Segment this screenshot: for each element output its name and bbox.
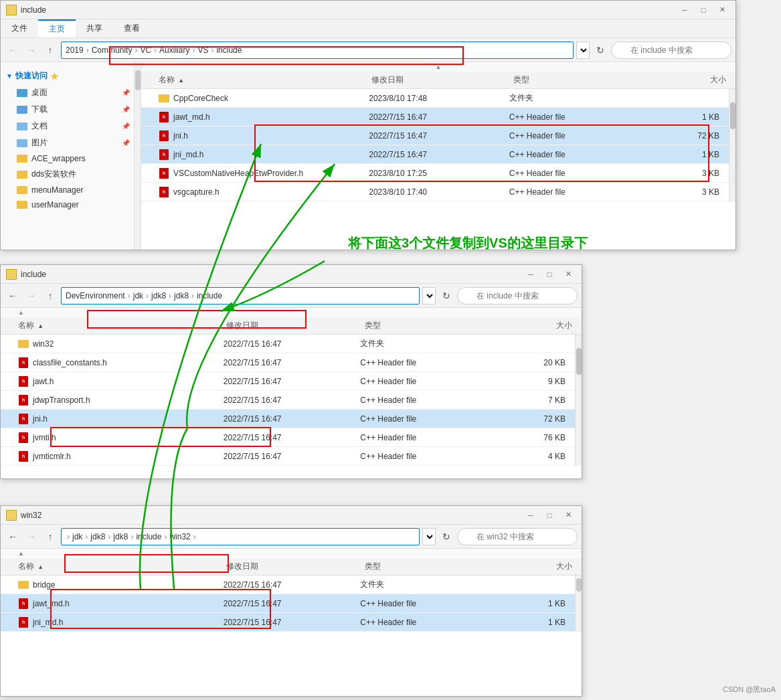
back-button-1[interactable]: ← [5,42,21,58]
sidebar-scrollbar-1 [135,62,141,250]
sidebar-item-dds[interactable]: dds安装软件 [1,166,134,183]
file-row-jawt[interactable]: h jawt.h 2022/7/15 16:47 C++ Header file… [1,372,575,391]
file-size-classfile: 20 KB [497,358,571,367]
minimize-button-1[interactable]: ─ [677,3,693,17]
ribbon-tab-file[interactable]: 文件 [1,19,38,37]
search-input-2[interactable] [457,287,578,304]
file-row-jawt-md3[interactable]: h jawt_md.h 2022/7/15 16:47 C++ Header f… [1,594,575,613]
address-box-2[interactable]: DevEnvironment › jdk › jdk8 › jdk8 › inc… [61,287,420,304]
col-header-size-2[interactable]: 大小 [503,320,578,331]
col-header-size-3[interactable]: 大小 [503,561,578,572]
col-header-name-2[interactable]: 名称 ▲ [5,320,226,331]
minimize-button-2[interactable]: ─ [523,268,539,281]
back-button-2[interactable]: ← [5,288,21,304]
minimize-button-3[interactable]: ─ [523,509,539,522]
file-row-jawt-md[interactable]: h jawt_md.h 2022/7/15 16:47 C++ Header f… [141,108,729,126]
file-name-jvmti: h jvmti.h [5,432,224,443]
up-button-3[interactable]: ↑ [42,529,58,545]
bread-jdk8d: jdk8 [113,532,128,541]
file-date-vsgcapture: 2023/8/10 17:40 [369,187,509,197]
forward-button-1[interactable]: → [23,42,39,58]
sort-arrow-2: ▲ [5,309,24,316]
sidebar-item-menu[interactable]: menuManager [1,183,134,197]
file-row-jni[interactable]: h jni.h 2022/7/15 16:47 C++ Header file … [141,126,729,145]
sidebar-item-user[interactable]: userManager [1,197,134,212]
ribbon-tab-home[interactable]: 主页 [38,19,76,37]
maximize-button-1[interactable]: □ [695,3,711,17]
col-header-date-1[interactable]: 修改日期 [371,74,513,86]
file-row-jvmti[interactable]: h jvmti.h 2022/7/15 16:47 C++ Header fil… [1,428,575,447]
sidebar-item-desktop[interactable]: 桌面 📌 [1,84,134,101]
back-button-3[interactable]: ← [5,529,21,545]
address-dropdown-2[interactable] [422,287,436,304]
address-box-1[interactable]: 2019 › Community › VC › Auxiliary › VS ›… [61,41,574,59]
bread-jdk3: jdk [72,532,82,541]
col-header-name-1[interactable]: 名称 ▲ [145,74,371,86]
file-type-jawt-md: C++ Header file [509,112,650,122]
col-header-date-2[interactable]: 修改日期 [226,320,365,331]
bread-devenv: DevEnvironment [66,291,125,300]
window-controls-1: ─ □ ✕ [677,3,730,17]
col-header-type-3[interactable]: 类型 [365,561,503,572]
downloads-folder-icon [17,106,27,114]
sidebar-item-pics[interactable]: 图片 📌 [1,135,134,151]
close-button-3[interactable]: ✕ [560,509,576,522]
pin-icon-desktop: 📌 [122,89,130,96]
col-header-date-3[interactable]: 修改日期 [226,561,365,572]
bread-jdk8a: jdk8 [151,291,166,300]
file-row-jni2[interactable]: h jni.h 2022/7/15 16:47 C++ Header file … [1,410,575,428]
file-row-jvmticmlr[interactable]: h jvmticmlr.h 2022/7/15 16:47 C++ Header… [1,447,575,466]
title-bar-folder-icon-3 [6,510,17,521]
file-row-vscustom[interactable]: h VSCustomNativeHeapEtwProvider.h 2023/8… [141,164,729,183]
file-row-bridge[interactable]: bridge 2022/7/15 16:47 文件夹 [1,576,575,594]
h-icon-vsgcapture: h [159,187,169,197]
file-name-jawt-md: h jawt_md.h [145,112,369,122]
file-row-classfile[interactable]: h classfile_constants.h 2022/7/15 16:47 … [1,353,575,372]
breadcrumb-1: 2019 › Community › VC › Auxiliary › VS ›… [66,46,242,55]
file-row-win32[interactable]: win32 2022/7/15 16:47 文件夹 [1,335,575,353]
quick-access-header[interactable]: ▼ 快速访问 ★ [1,68,134,84]
file-row-jdwp[interactable]: h jdwpTransport.h 2022/7/15 16:47 C++ He… [1,391,575,410]
col-header-type-1[interactable]: 类型 [513,74,655,86]
pin-icon-pics: 📌 [122,139,130,147]
file-type-jni-md: C++ Header file [509,150,650,159]
refresh-button-2[interactable]: ↻ [438,288,454,304]
search-input-1[interactable] [611,41,731,59]
col-header-type-2[interactable]: 类型 [365,320,503,331]
file-row-cppcorecheck[interactable]: CppCoreCheck 2023/8/10 17:48 文件夹 [141,89,729,108]
sort-up-1: ▲ [141,62,735,72]
sidebar-item-docs[interactable]: 文档 📌 [1,118,134,135]
forward-button-2[interactable]: → [23,288,39,304]
search-input-3[interactable] [457,528,578,545]
file-list-scrollbar-3[interactable] [575,576,582,632]
file-row-vsgcapture[interactable]: h vsgcapture.h 2023/8/10 17:40 C++ Heade… [141,183,729,201]
up-button-1[interactable]: ↑ [42,42,58,58]
file-list-scrollbar-2[interactable] [575,335,582,466]
address-dropdown-1[interactable] [576,41,590,59]
close-button-2[interactable]: ✕ [560,268,576,281]
up-button-2[interactable]: ↑ [42,288,58,304]
sort-up-3: ▲ [1,549,582,558]
ribbon-tab-share[interactable]: 共享 [76,19,113,37]
file-name-vsgcapture: h vsgcapture.h [145,187,369,197]
maximize-button-2[interactable]: □ [541,268,557,281]
forward-button-3[interactable]: → [23,529,39,545]
file-row-jni-md[interactable]: h jni_md.h 2022/7/15 16:47 C++ Header fi… [141,145,729,164]
h-icon-jni-md: h [159,149,169,160]
sidebar-item-ace[interactable]: ACE_wrappers [1,151,134,166]
file-type-vsgcapture: C++ Header file [509,187,650,197]
maximize-button-3[interactable]: □ [541,509,557,522]
col-header-name-3[interactable]: 名称 ▲ [5,561,226,572]
refresh-button-3[interactable]: ↻ [438,529,454,545]
close-button-1[interactable]: ✕ [714,3,730,17]
sidebar-item-downloads[interactable]: 下载 📌 [1,101,134,118]
address-box-3[interactable]: › jdk › jdk8 › jdk8 › include › win32 › [61,528,420,545]
col-header-size-1[interactable]: 大小 [655,74,731,86]
file-list-scrollbar-1[interactable] [729,89,735,201]
address-dropdown-3[interactable] [422,528,436,545]
refresh-button-1[interactable]: ↻ [592,42,608,58]
file-type-jni2: C++ Header file [360,414,497,424]
file-date-jawt-md3: 2022/7/15 16:47 [224,599,361,608]
file-row-jni-md3[interactable]: h jni_md.h 2022/7/15 16:47 C++ Header fi… [1,613,575,632]
ribbon-tab-view[interactable]: 查看 [113,19,151,37]
